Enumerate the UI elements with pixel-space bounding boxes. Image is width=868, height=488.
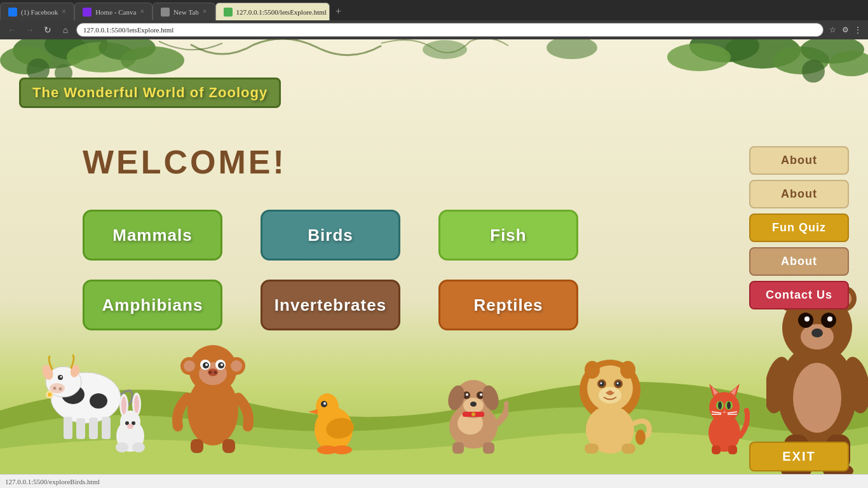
ground-decoration bbox=[0, 334, 868, 474]
reptiles-button[interactable]: Reptiles bbox=[438, 280, 578, 330]
about-button-2[interactable]: About bbox=[749, 180, 849, 208]
contact-us-button[interactable]: Contact Us bbox=[749, 281, 849, 309]
amphibians-button[interactable]: Amphibians bbox=[83, 280, 222, 330]
mammals-button[interactable]: Mammals bbox=[83, 210, 222, 261]
forward-button[interactable]: → bbox=[23, 23, 37, 37]
tab-newtab[interactable]: New Tab × bbox=[153, 3, 215, 20]
tab-label-facebook: (1) Facebook bbox=[21, 8, 58, 16]
about-button-1[interactable]: About bbox=[749, 146, 849, 175]
fun-quiz-button[interactable]: Fun Quiz bbox=[749, 214, 849, 242]
tab-label-canva: Home - Canva bbox=[95, 8, 136, 16]
status-text: 127.0.0.1:5500/exploreBirds.html bbox=[5, 478, 100, 485]
fish-button[interactable]: Fish bbox=[438, 210, 578, 261]
welcome-heading: WELCOME! bbox=[83, 143, 287, 181]
page-container: The Wonderful World of Zoology WELCOME! … bbox=[0, 38, 868, 474]
browser-toolbar: ← → ↻ ⌂ 127.0.0.1:5500/letsExplore.html … bbox=[0, 20, 868, 39]
newtab-favicon bbox=[161, 8, 170, 17]
invertebrates-button[interactable]: Invertebrates bbox=[261, 280, 400, 330]
birds-button[interactable]: Birds bbox=[261, 210, 400, 261]
back-button[interactable]: ← bbox=[5, 23, 19, 37]
browser-chrome: (1) Facebook × Home - Canva × New Tab × … bbox=[0, 0, 868, 38]
tab-canva[interactable]: Home - Canva × bbox=[74, 3, 153, 20]
reload-button[interactable]: ↻ bbox=[41, 23, 55, 37]
extensions-icon[interactable]: ⚙ bbox=[840, 25, 850, 35]
tab-label-letsexplore: 127.0.0.1:5500/letsExplore.html bbox=[236, 8, 327, 16]
toolbar-extras: ☆ ⚙ ⋮ bbox=[827, 25, 863, 35]
tab-label-newtab: New Tab bbox=[173, 8, 199, 16]
bookmark-icon[interactable]: ☆ bbox=[827, 25, 837, 35]
home-button[interactable]: ⌂ bbox=[58, 23, 72, 37]
status-bar: 127.0.0.1:5500/exploreBirds.html bbox=[0, 474, 868, 488]
address-text: 127.0.0.1:5500/letsExplore.html bbox=[83, 26, 173, 34]
facebook-favicon bbox=[8, 8, 17, 17]
about-button-3[interactable]: About bbox=[749, 247, 849, 276]
tab-letsexplore[interactable]: 127.0.0.1:5500/letsExplore.html × bbox=[215, 3, 330, 20]
close-tab-canva[interactable]: × bbox=[140, 7, 144, 17]
tab-facebook[interactable]: (1) Facebook × bbox=[0, 3, 74, 20]
menu-icon[interactable]: ⋮ bbox=[853, 25, 863, 35]
browser-tabs: (1) Facebook × Home - Canva × New Tab × … bbox=[0, 0, 868, 20]
exit-button[interactable]: EXIT bbox=[749, 442, 849, 471]
canva-favicon bbox=[83, 8, 92, 17]
address-bar[interactable]: 127.0.0.1:5500/letsExplore.html bbox=[76, 23, 824, 37]
letsexplore-favicon bbox=[224, 8, 233, 17]
close-tab-facebook[interactable]: × bbox=[62, 7, 66, 17]
close-tab-newtab[interactable]: × bbox=[203, 7, 207, 17]
category-grid: Mammals Birds Fish Amphibians Invertebra… bbox=[83, 210, 578, 330]
site-title: The Wonderful World of Zoology bbox=[19, 78, 281, 108]
nav-sidebar: About About Fun Quiz About Contact Us EX… bbox=[749, 146, 849, 471]
new-tab-button[interactable]: + bbox=[330, 3, 348, 20]
